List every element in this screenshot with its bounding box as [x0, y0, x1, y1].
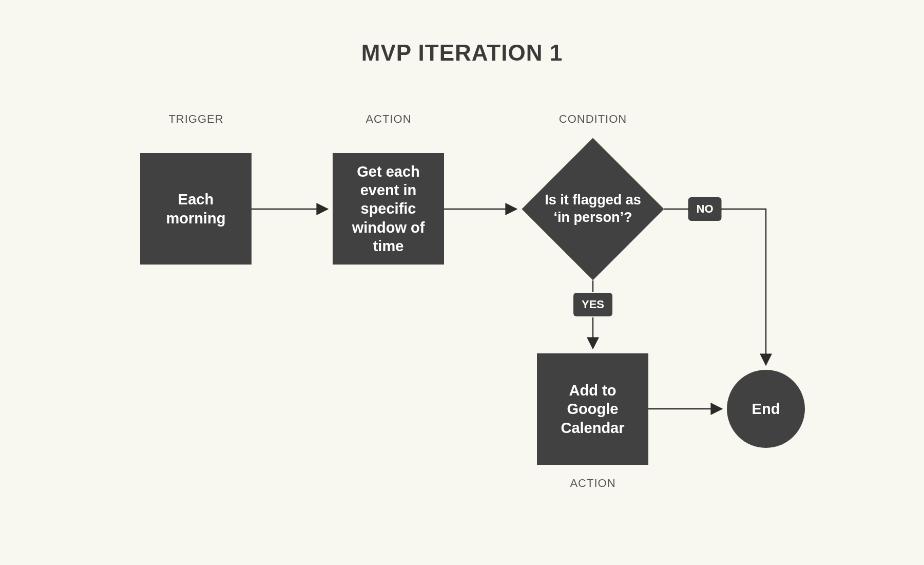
label-condition: CONDITION: [559, 112, 627, 126]
node-condition: Is it flagged as ‘in person’?: [522, 138, 664, 280]
connectors: [0, 0, 924, 565]
label-trigger: TRIGGER: [168, 112, 223, 126]
branch-yes: YES: [573, 293, 612, 316]
condition-text: Is it flagged as ‘in person’?: [522, 138, 664, 280]
node-trigger: Each morning: [140, 153, 252, 265]
label-action-top: ACTION: [365, 112, 411, 126]
node-end: End: [727, 370, 805, 448]
node-action-add-calendar: Add to Google Calendar: [537, 353, 648, 465]
label-action-bottom: ACTION: [570, 477, 615, 490]
flowchart: TRIGGER ACTION CONDITION ACTION Each mor…: [0, 0, 924, 565]
node-action-get-events: Get each event in specific window of tim…: [333, 153, 444, 265]
branch-no: NO: [688, 197, 722, 221]
